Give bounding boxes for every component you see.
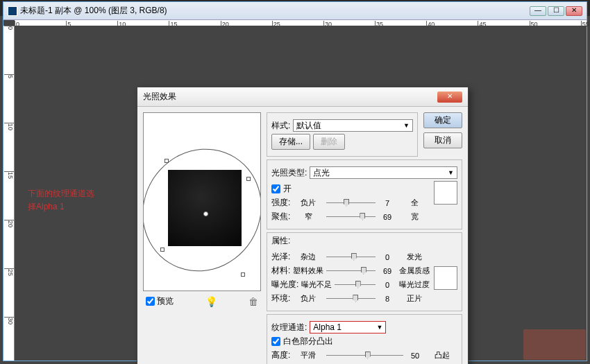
cancel-button[interactable]: 取消 [423,132,462,148]
main-title: 未标题-1 副本 @ 100% (图层 3, RGB/8) [20,5,167,17]
light-handle[interactable] [160,248,165,252]
intensity-label: 强度: [271,197,290,209]
material-slider[interactable] [326,266,376,276]
exposure-label: 曝光度: [271,279,298,291]
gloss-slider[interactable] [326,252,376,262]
intensity-slider[interactable] [326,198,376,208]
chevron-down-icon: ▼ [376,324,382,331]
minimize-button[interactable]: — [530,6,546,16]
texture-channel-select[interactable]: Alpha 1▼ [310,321,386,333]
height-slider[interactable] [326,351,403,361]
lightbulb-icon[interactable]: 💡 [205,296,217,307]
annotation-text: 下面的纹理通道选 择Alpha 1 [28,187,94,214]
light-handle[interactable] [165,159,169,163]
preview-box[interactable] [143,112,261,291]
white-high-checkbox[interactable]: 白色部分凸出 [271,336,457,347]
ambience-label: 环境: [271,293,290,304]
chevron-down-icon: ▼ [448,169,454,176]
chevron-down-icon: ▼ [403,122,410,129]
lighting-effects-dialog: 光照效果 ✕ 预览 💡 🗑 样式: [137,87,469,364]
props-label: 属性: [271,235,290,247]
light-on-checkbox[interactable]: 开 [271,183,430,195]
dialog-close-button[interactable]: ✕ [437,92,462,103]
close-button[interactable]: ✕ [566,6,582,16]
trash-icon[interactable]: 🗑 [248,296,258,307]
focus-label: 聚焦: [271,211,290,223]
main-titlebar: 未标题-1 副本 @ 100% (图层 3, RGB/8) — ☐ ✕ [3,2,587,20]
light-color-swatch[interactable] [434,181,457,205]
height-label: 高度: [271,349,290,361]
focus-slider[interactable] [326,212,376,222]
texture-label: 纹理通道: [271,322,307,333]
dialog-titlebar[interactable]: 光照效果 ✕ [137,87,468,107]
save-button[interactable]: 存储... [271,134,310,150]
light-type-label: 光照类型: [271,167,307,179]
ok-button[interactable]: 确定 [423,112,462,128]
light-ellipse[interactable] [143,126,261,291]
preview-checkbox[interactable]: 预览 [146,295,174,307]
dialog-title: 光照效果 [143,91,176,103]
light-handle[interactable] [246,177,251,181]
ruler-vertical: 0 5 10 15 20 25 30 [3,26,15,361]
exposure-slider[interactable] [335,280,376,290]
ambience-color-swatch[interactable] [434,266,457,290]
style-select[interactable]: 默认值▼ [293,119,413,132]
style-label: 样式: [271,120,290,132]
gloss-label: 光泽: [271,251,290,263]
light-type-select[interactable]: 点光▼ [310,166,457,179]
watermark-bottom-right [523,329,586,360]
light-handle[interactable] [241,272,245,277]
app-icon [8,6,17,16]
light-center[interactable] [203,211,208,216]
material-label: 材料: [271,265,290,277]
delete-button: 删除 [313,134,345,150]
ambience-slider[interactable] [326,294,376,304]
maximize-button[interactable]: ☐ [548,6,564,16]
